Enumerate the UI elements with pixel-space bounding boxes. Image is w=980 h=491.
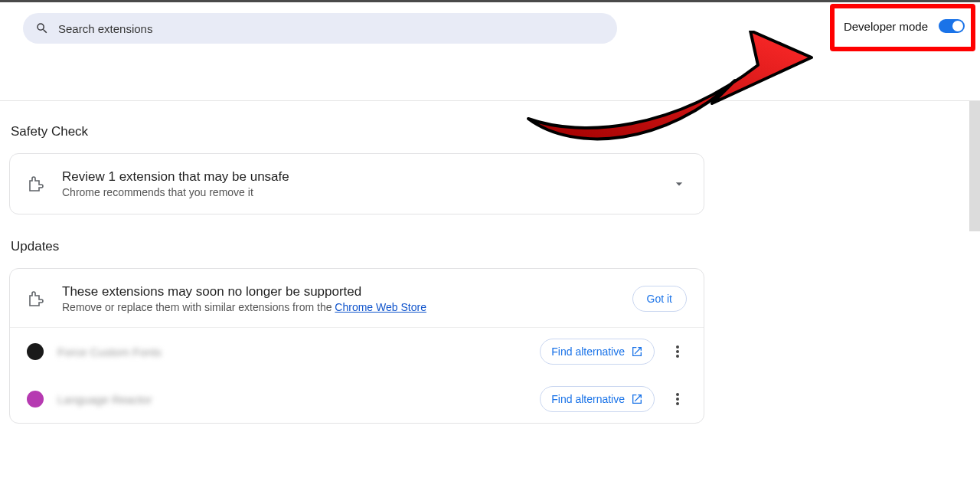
safety-check-row[interactable]: Review 1 extension that may be unsafe Ch… — [10, 154, 704, 214]
updates-card: These extensions may soon no longer be s… — [9, 268, 704, 424]
safety-check-row-subtitle: Chrome recommends that you remove it — [62, 186, 671, 198]
chrome-web-store-link[interactable]: Chrome Web Store — [335, 301, 426, 313]
extension-icon — [27, 175, 45, 193]
open-external-icon — [631, 345, 643, 358]
chevron-down-icon — [671, 176, 687, 191]
svg-point-5 — [676, 402, 679, 405]
safety-check-card: Review 1 extension that may be unsafe Ch… — [9, 153, 704, 214]
extension-avatar — [27, 391, 44, 408]
updates-notice-subtitle: Remove or replace them with similar exte… — [62, 301, 632, 313]
more-menu-button[interactable] — [668, 390, 687, 408]
svg-point-3 — [676, 393, 679, 396]
updates-notice-text: These extensions may soon no longer be s… — [62, 284, 632, 313]
updates-title: Updates — [11, 239, 975, 254]
safety-check-row-title: Review 1 extension that may be unsafe — [62, 169, 671, 185]
extension-avatar — [27, 343, 44, 360]
search-icon — [35, 21, 49, 35]
svg-point-1 — [676, 350, 679, 353]
more-menu-button[interactable] — [668, 342, 687, 361]
svg-point-2 — [676, 355, 679, 358]
content: Safety Check Review 1 extension that may… — [0, 101, 980, 424]
safety-check-text: Review 1 extension that may be unsafe Ch… — [62, 169, 671, 198]
extension-icon — [27, 290, 45, 308]
got-it-button[interactable]: Got it — [632, 286, 687, 312]
search-input[interactable] — [58, 22, 605, 35]
svg-point-0 — [676, 345, 679, 349]
extension-name: Language Reactor — [57, 393, 526, 406]
search-container[interactable] — [23, 13, 617, 44]
find-alternative-button[interactable]: Find alternative — [540, 339, 655, 365]
scrollbar-thumb[interactable] — [969, 101, 980, 231]
updates-notice-prefix: Remove or replace them with similar exte… — [62, 301, 335, 313]
extension-row: Language Reactor Find alternative — [10, 375, 704, 423]
updates-notice-title: These extensions may soon no longer be s… — [62, 284, 632, 300]
extension-row: Force Custom Fonts Find alternative — [10, 328, 704, 375]
header: Developer mode — [0, 2, 980, 100]
kebab-icon — [676, 345, 679, 358]
open-external-icon — [631, 393, 643, 405]
safety-check-title: Safety Check — [11, 124, 975, 139]
find-alternative-button[interactable]: Find alternative — [540, 386, 655, 412]
find-alternative-label: Find alternative — [551, 345, 625, 358]
kebab-icon — [676, 393, 679, 405]
developer-mode-toggle[interactable] — [939, 19, 965, 33]
updates-notice-row: These extensions may soon no longer be s… — [10, 269, 704, 328]
developer-mode-label: Developer mode — [844, 20, 928, 33]
developer-mode-highlight: Developer mode — [830, 4, 975, 51]
svg-point-4 — [676, 398, 679, 401]
extension-name: Force Custom Fonts — [57, 345, 526, 358]
find-alternative-label: Find alternative — [551, 393, 625, 405]
